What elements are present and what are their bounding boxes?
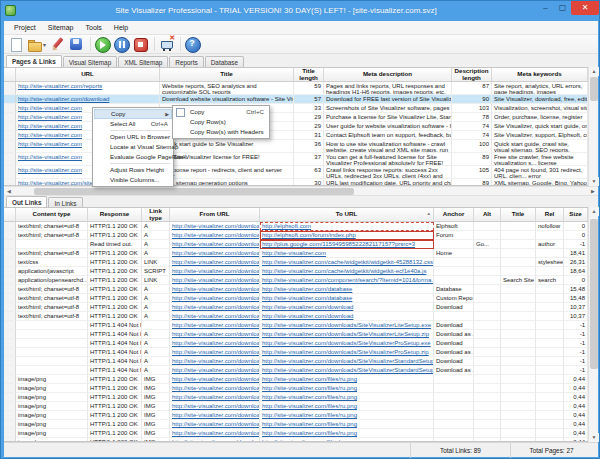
tab-database[interactable]: Database — [205, 56, 244, 67]
from-url-link[interactable]: http://site-visualizer.com/download — [172, 430, 260, 436]
to-url-link[interactable]: http://elphsoft.com — [262, 223, 311, 229]
table-row[interactable]: HTTP/1.1 404 Not FoundAhttp://site-visua… — [4, 366, 588, 375]
to-url-link[interactable]: http://site-visualizer.com/downloads/Sit… — [262, 349, 429, 355]
from-url-link[interactable]: http://site-visualizer.com/download — [172, 322, 260, 328]
column-header[interactable]: URL — [16, 68, 160, 81]
to-url-link[interactable]: http://site-visualizer.com/downloads/Sit… — [262, 331, 429, 337]
table-row[interactable]: http://site-visualizer.com/downloadDownl… — [4, 95, 588, 104]
table-row[interactable]: HTTP/1.1 404 Not FoundAhttp://site-visua… — [4, 348, 588, 357]
menu-item-evaluate-google-pagerank[interactable]: Evaluate Google PageRank — [94, 152, 172, 162]
from-url-link[interactable]: http://site-visualizer.com/download — [172, 295, 260, 301]
toolbar-button-stop-crawling[interactable] — [132, 36, 149, 53]
tab-reports[interactable]: Reports — [169, 56, 203, 67]
column-header[interactable]: Response — [88, 208, 142, 221]
url-link[interactable]: http://site-visualizer.com — [18, 167, 82, 173]
from-url-link[interactable]: http://site-visualizer.com/download — [172, 223, 260, 229]
url-link[interactable]: http://site-visualizer.com/reports — [18, 83, 102, 89]
to-url-link[interactable]: http://site-visualizer.com/downloads/Sit… — [262, 358, 434, 364]
menu-item-adjust-rows-height[interactable]: Adjust Rows Height — [94, 165, 172, 175]
scroll-thumb[interactable] — [34, 188, 354, 195]
menu-item-tools[interactable]: Tools — [79, 22, 107, 33]
to-url-link[interactable]: http://site-visualizer.com/files/ru.png — [262, 430, 357, 436]
toolbar-button-open-project[interactable]: ▾ — [26, 36, 47, 53]
from-url-link[interactable]: http://site-visualizer.com/download — [172, 367, 260, 373]
url-link[interactable]: http://site-visualizer.com — [18, 132, 82, 138]
column-header[interactable]: Rel — [536, 208, 564, 221]
pages-hscrollbar[interactable]: ◀ ▶ — [4, 186, 598, 196]
column-header[interactable]: Meta description — [324, 68, 452, 81]
from-url-link[interactable]: http://site-visualizer.com/download — [172, 385, 260, 391]
menu-item-locate-at-visual-sitemap[interactable]: Locate at Visual Sitemap — [94, 142, 172, 152]
minimize-button[interactable]: – — [537, 1, 554, 15]
table-row[interactable]: image/pngHTTP/1.1 200 OKIMGhttp://site-v… — [4, 429, 588, 438]
tab-visual-sitemap[interactable]: Visual Sitemap — [63, 56, 118, 67]
menu-item-help[interactable]: Help — [108, 22, 134, 33]
menu-item-sitemap[interactable]: Sitemap — [42, 22, 80, 33]
table-row[interactable]: http://site-visualizer.com/reportsWebsit… — [4, 82, 588, 95]
menu-item-copy[interactable]: CopyCtrl+C — [174, 107, 268, 117]
table-row[interactable]: image/pngHTTP/1.1 200 OKIMGhttp://site-v… — [4, 420, 588, 429]
table-row[interactable]: text/html; charset=utf-8HTTP/1.1 200 OKA… — [4, 303, 588, 312]
to-url-link[interactable]: http://site-visualizer.com/files/ru.png — [262, 421, 357, 427]
title-bar[interactable]: Site Visualizer Professional - TRIAL VER… — [1, 1, 600, 21]
toolbar-button-buy-now[interactable] — [158, 36, 175, 53]
column-header[interactable]: Anchor — [434, 208, 474, 221]
to-url-link[interactable]: http://site-visualizer.com/cache/widgetk… — [262, 268, 426, 274]
url-link[interactable]: http://site-visualizer.com/download — [18, 96, 109, 102]
from-url-link[interactable]: http://site-visualizer.com/download — [172, 349, 260, 355]
url-link[interactable]: http://site-visualizer.com — [18, 154, 82, 160]
to-url-link[interactable]: http://site-visualizer.com/database — [262, 295, 352, 301]
menu-item-visible-columns-[interactable]: Visible Columns... — [94, 175, 172, 185]
to-url-link[interactable]: http://site-visualizer.com — [262, 250, 326, 256]
scroll-up-icon[interactable]: ▲ — [589, 67, 599, 76]
to-url-link[interactable]: http://site-visualizer.com/files/ru.png — [262, 385, 357, 391]
table-row[interactable]: HTTP/1.1 404 Not FoundAhttp://site-visua… — [4, 330, 588, 339]
to-url-link[interactable]: http://site-visualizer.com/downloads/Sit… — [262, 340, 431, 346]
table-row[interactable]: HTTP/1.1 404 Not FoundAhttp://site-visua… — [4, 339, 588, 348]
close-button[interactable]: ✕ — [571, 1, 599, 15]
table-row[interactable]: image/pngHTTP/1.1 200 OKIMGhttp://site-v… — [4, 384, 588, 393]
table-row[interactable]: text/html; charset=utf-8HTTP/1.1 200 OKA… — [4, 249, 588, 258]
table-row[interactable]: text/html; charset=utf-8HTTP/1.1 200 OKA… — [4, 222, 588, 231]
menu-item-select-all[interactable]: Select AllCtrl+A — [94, 119, 172, 129]
scroll-left-icon[interactable]: ◀ — [4, 187, 14, 196]
table-row[interactable]: application/opensearchd...HTTP/1.1 200 O… — [4, 276, 588, 285]
to-url-link[interactable]: http://site-visualizer.com/downloads/Sit… — [262, 367, 434, 373]
column-header[interactable]: Content type — [16, 208, 88, 221]
table-row[interactable]: Read timed out.Ahttp://site-visualizer.c… — [4, 240, 588, 249]
table-row[interactable]: image/pngHTTP/1.1 200 OKIMGhttp://site-v… — [4, 402, 588, 411]
to-url-link[interactable]: http://site-visualizer.com/files/ru.png — [262, 412, 357, 418]
to-url-link[interactable]: http://site-visualizer.com/cache/widgetk… — [262, 259, 433, 265]
table-row[interactable]: text/html; charset=utf-8HTTP/1.1 200 OKA… — [4, 312, 588, 321]
toolbar-button-edit-project[interactable] — [49, 36, 66, 53]
from-url-link[interactable]: http://site-visualizer.com/download — [172, 412, 260, 418]
column-header[interactable]: Title — [160, 68, 294, 81]
dropdown-caret-icon[interactable]: ▾ — [43, 41, 46, 48]
column-header[interactable]: Link type — [142, 208, 170, 221]
pages-vscrollbar[interactable]: ▲ ▼ — [588, 67, 598, 186]
toolbar-button-save-project[interactable] — [68, 36, 85, 53]
menu-item-copy-row-s-[interactable]: Copy Row(s) — [174, 117, 268, 127]
table-row[interactable]: image/pngHTTP/1.1 200 OKIMGhttp://site-v… — [4, 375, 588, 384]
to-url-link[interactable]: http://site-visualizer.com/download — [262, 304, 353, 310]
from-url-link[interactable]: http://site-visualizer.com/download — [172, 394, 260, 400]
toolbar-button-help[interactable] — [184, 36, 201, 53]
menu-item-copy-row-s-with-headers[interactable]: Copy Row(s) with Headers — [174, 127, 268, 137]
table-row[interactable]: text/html; charset=utf-8HTTP/1.1 200 OKA… — [4, 285, 588, 294]
column-header[interactable]: Size — [564, 208, 588, 221]
column-header[interactable]: To URL▲ — [260, 208, 434, 221]
from-url-link[interactable]: http://site-visualizer.com/download — [172, 268, 260, 274]
scroll-right-icon[interactable]: ▶ — [588, 187, 598, 196]
url-link[interactable]: http://site-visualizer.com — [18, 123, 82, 129]
tab-pages-links[interactable]: Pages & Links — [6, 55, 62, 67]
table-row[interactable]: text/html; charset=utf-8HTTP/1.1 200 OKA… — [4, 231, 588, 240]
toolbar-button-pause-crawling[interactable] — [113, 36, 130, 53]
to-url-link[interactable]: http://site-visualizer.com/download — [262, 313, 353, 319]
menu-item-open-url-in-browser[interactable]: Open URL in Browser — [94, 132, 172, 142]
table-row[interactable]: text/html; charset=utf-8HTTP/1.1 200 OKA… — [4, 294, 588, 303]
from-url-link[interactable]: http://site-visualizer.com/download — [172, 259, 260, 265]
toolbar-button-start-crawling[interactable] — [94, 36, 111, 53]
toolbar-button-new-project[interactable] — [7, 36, 24, 53]
url-link[interactable]: http://site-visualizer.com — [18, 105, 82, 111]
from-url-link[interactable]: http://site-visualizer.com/download — [172, 241, 260, 247]
